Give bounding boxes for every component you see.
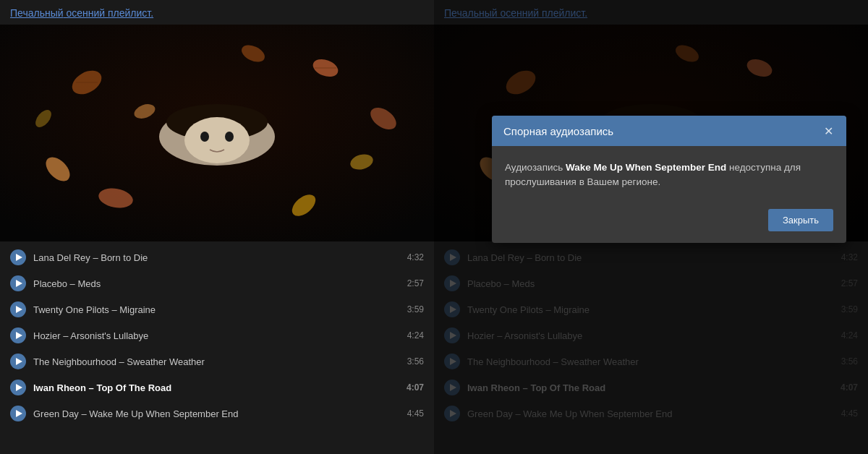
right-panel: Печальный осенний плейлист.	[434, 0, 868, 454]
dispute-modal: Спорная аудиозапись ✕ Аудиозапись Wake M…	[492, 116, 846, 243]
track-item[interactable]: Green Day – Wake Me Up When September En…	[0, 401, 434, 427]
close-icon[interactable]: ✕	[822, 124, 835, 137]
left-track-list: Lana Del Rey – Born to Die 4:32 Placebo …	[0, 241, 434, 429]
track-duration-6: 4:07	[407, 382, 424, 393]
cover-image-left	[0, 25, 434, 241]
left-playlist-title: Печальный осенний плейлист.	[0, 0, 434, 25]
track-item[interactable]: Lana Del Rey – Born to Die 4:32	[0, 244, 434, 270]
modal-body-prefix: Аудиозапись	[505, 162, 566, 173]
left-title-link[interactable]: Печальный	[10, 7, 64, 19]
svg-point-4	[184, 117, 250, 163]
track-item[interactable]: Placebo – Meds 2:57	[0, 270, 434, 296]
modal-header: Спорная аудиозапись ✕	[492, 116, 846, 146]
svg-point-6	[225, 132, 234, 142]
play-button-4[interactable]	[10, 327, 26, 343]
track-duration-3: 3:59	[407, 304, 424, 314]
play-button-5[interactable]	[10, 354, 26, 369]
modal-footer: Закрыть	[492, 202, 846, 243]
track-name-3: Twenty One Pilots – Migraine	[33, 304, 401, 315]
track-item[interactable]: The Neighbourhood – Sweather Weather 3:5…	[0, 348, 434, 374]
track-duration-2: 2:57	[407, 278, 424, 288]
track-name-6: Iwan Rheon – Top Of The Road	[33, 382, 401, 393]
play-button-2[interactable]	[10, 275, 26, 291]
track-name-4: Hozier – Arsonist's Lullabye	[33, 330, 401, 341]
play-button-3[interactable]	[10, 301, 26, 317]
track-duration-4: 4:24	[407, 330, 424, 340]
track-duration-7: 4:45	[407, 408, 424, 419]
left-panel: Печальный осенний плейлист.	[0, 0, 434, 454]
play-button-6[interactable]	[10, 380, 26, 395]
track-name-7: Green Day – Wake Me Up When September En…	[33, 408, 401, 419]
modal-body: Аудиозапись Wake Me Up When September En…	[492, 146, 846, 202]
modal-close-button[interactable]: Закрыть	[768, 209, 833, 231]
modal-body-song: Wake Me Up When September End	[566, 162, 726, 173]
left-title-rest: осенний плейлист.	[64, 7, 154, 19]
track-item[interactable]: Hozier – Arsonist's Lullabye 4:24	[0, 322, 434, 348]
track-item[interactable]: Twenty One Pilots – Migraine 3:59	[0, 296, 434, 322]
play-button-7[interactable]	[10, 406, 26, 421]
play-button-1[interactable]	[10, 249, 26, 265]
track-name-5: The Neighbourhood – Sweather Weather	[33, 356, 401, 367]
track-item-highlighted[interactable]: Iwan Rheon – Top Of The Road 4:07	[0, 374, 434, 401]
modal-title: Спорная аудиозапись	[503, 125, 613, 137]
track-duration-5: 3:56	[407, 356, 424, 367]
svg-point-5	[200, 132, 209, 142]
track-name-1: Lana Del Rey – Born to Die	[33, 252, 401, 263]
track-name-2: Placebo – Meds	[33, 278, 401, 289]
track-duration-1: 4:32	[407, 252, 424, 262]
